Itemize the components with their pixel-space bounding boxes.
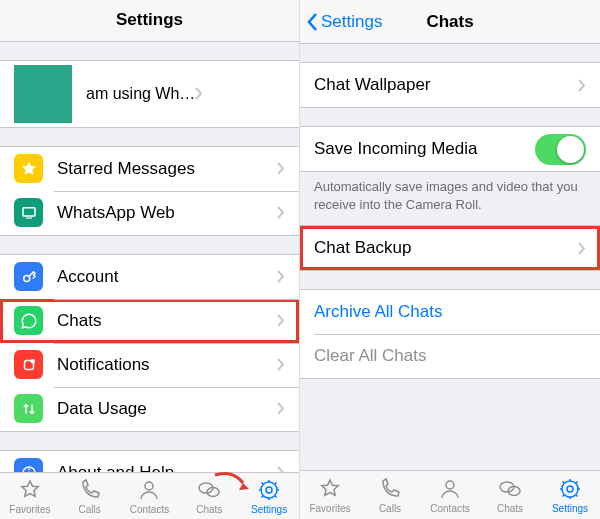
tab-calls[interactable]: Calls bbox=[60, 473, 120, 519]
row-label: WhatsApp Web bbox=[57, 203, 277, 223]
tab-label: Chats bbox=[196, 504, 222, 515]
row-label: Chat Backup bbox=[314, 238, 578, 258]
tab-label: Settings bbox=[251, 504, 287, 515]
settings-content: am using Wh… Starred Messages WhatsApp W… bbox=[0, 42, 299, 473]
row-chat-backup[interactable]: Chat Backup bbox=[300, 226, 600, 270]
svg-point-4 bbox=[30, 359, 35, 364]
row-about[interactable]: About and Help bbox=[0, 451, 299, 473]
avatar bbox=[14, 65, 72, 123]
tab-contacts[interactable]: Contacts bbox=[420, 471, 480, 519]
group-main: Account Chats Notifications Data Usage bbox=[0, 254, 299, 432]
tab-favorites[interactable]: Favorites bbox=[300, 471, 360, 519]
chevron-left-icon bbox=[306, 12, 318, 32]
svg-point-16 bbox=[562, 481, 578, 497]
svg-point-8 bbox=[145, 482, 153, 490]
web-icon bbox=[14, 198, 43, 227]
chats-content: Chat Wallpaper Save Incoming Media Autom… bbox=[300, 44, 600, 470]
svg-rect-1 bbox=[26, 217, 32, 218]
group-about: About and Help bbox=[0, 450, 299, 473]
row-starred-messages[interactable]: Starred Messages bbox=[0, 147, 299, 191]
page-title: Settings bbox=[116, 10, 183, 30]
tab-contacts[interactable]: Contacts bbox=[120, 473, 180, 519]
save-media-footer: Automatically save images and video that… bbox=[300, 172, 600, 213]
tab-label: Calls bbox=[79, 504, 101, 515]
tab-label: Contacts bbox=[130, 504, 169, 515]
row-label: Chats bbox=[57, 311, 277, 331]
tab-label: Chats bbox=[497, 503, 523, 514]
save-media-toggle[interactable] bbox=[535, 134, 586, 165]
tabbar: Favorites Calls Contacts Chats Settings bbox=[0, 472, 299, 519]
bell-icon bbox=[14, 350, 43, 379]
chevron-right-icon bbox=[277, 270, 285, 283]
page-title: Chats bbox=[426, 12, 473, 32]
star-icon bbox=[14, 154, 43, 183]
chevron-right-icon bbox=[578, 79, 586, 92]
svg-point-17 bbox=[567, 486, 573, 492]
profile-status: am using Wh… bbox=[86, 85, 195, 103]
tab-settings[interactable]: Settings bbox=[239, 473, 299, 519]
row-whatsapp-web[interactable]: WhatsApp Web bbox=[0, 191, 299, 235]
group-archive-clear: Archive All Chats Clear All Chats bbox=[300, 289, 600, 379]
tab-favorites[interactable]: Favorites bbox=[0, 473, 60, 519]
row-label: Data Usage bbox=[57, 399, 277, 419]
chat-icon bbox=[14, 306, 43, 335]
svg-rect-0 bbox=[23, 208, 35, 216]
svg-point-13 bbox=[446, 481, 454, 489]
tabbar: Favorites Calls Contacts Chats Settings bbox=[300, 470, 600, 519]
row-label: Account bbox=[57, 267, 277, 287]
tab-chats[interactable]: Chats bbox=[480, 471, 540, 519]
group-wallpaper: Chat Wallpaper bbox=[300, 62, 600, 108]
group-backup: Chat Backup bbox=[300, 225, 600, 271]
svg-point-11 bbox=[261, 482, 277, 498]
row-save-incoming-media[interactable]: Save Incoming Media bbox=[300, 127, 600, 171]
tab-label: Calls bbox=[379, 503, 401, 514]
key-icon bbox=[14, 262, 43, 291]
tab-settings[interactable]: Settings bbox=[540, 471, 600, 519]
row-data-usage[interactable]: Data Usage bbox=[0, 387, 299, 431]
back-label: Settings bbox=[321, 12, 382, 32]
row-label: Chat Wallpaper bbox=[314, 75, 578, 95]
group-save-media: Save Incoming Media bbox=[300, 126, 600, 172]
row-label: About and Help bbox=[57, 463, 277, 473]
tab-label: Favorites bbox=[9, 504, 50, 515]
profile-group: am using Wh… bbox=[0, 60, 299, 128]
tab-label: Settings bbox=[552, 503, 588, 514]
row-label: Archive All Chats bbox=[314, 302, 586, 322]
row-label: Clear All Chats bbox=[314, 346, 586, 366]
chevron-right-icon bbox=[277, 206, 285, 219]
chevron-right-icon bbox=[578, 242, 586, 255]
chats-screen: Settings Chats Chat Wallpaper Save Incom… bbox=[300, 0, 600, 519]
data-icon bbox=[14, 394, 43, 423]
row-label: Starred Messages bbox=[57, 159, 277, 179]
row-account[interactable]: Account bbox=[0, 255, 299, 299]
tab-label: Contacts bbox=[430, 503, 469, 514]
navbar: Settings bbox=[0, 0, 299, 42]
chevron-right-icon bbox=[277, 162, 285, 175]
tab-calls[interactable]: Calls bbox=[360, 471, 420, 519]
svg-point-2 bbox=[23, 275, 29, 281]
profile-row[interactable]: am using Wh… bbox=[0, 61, 299, 127]
chevron-right-icon bbox=[195, 87, 203, 100]
group-starred: Starred Messages WhatsApp Web bbox=[0, 146, 299, 236]
row-label: Save Incoming Media bbox=[314, 139, 535, 159]
row-chats[interactable]: Chats bbox=[0, 299, 299, 343]
row-chat-wallpaper[interactable]: Chat Wallpaper bbox=[300, 63, 600, 107]
tab-label: Favorites bbox=[309, 503, 350, 514]
row-clear-all[interactable]: Clear All Chats bbox=[300, 334, 600, 378]
chevron-right-icon bbox=[277, 358, 285, 371]
svg-rect-7 bbox=[28, 468, 30, 470]
chevron-right-icon bbox=[277, 402, 285, 415]
navbar: Settings Chats bbox=[300, 0, 600, 44]
settings-screen: Settings am using Wh… Starred Messages bbox=[0, 0, 300, 519]
row-label: Notifications bbox=[57, 355, 277, 375]
row-archive-all[interactable]: Archive All Chats bbox=[300, 290, 600, 334]
tab-chats[interactable]: Chats bbox=[179, 473, 239, 519]
chevron-right-icon bbox=[277, 314, 285, 327]
row-notifications[interactable]: Notifications bbox=[0, 343, 299, 387]
back-button[interactable]: Settings bbox=[306, 12, 382, 32]
info-icon bbox=[14, 458, 43, 472]
svg-point-12 bbox=[266, 487, 272, 493]
